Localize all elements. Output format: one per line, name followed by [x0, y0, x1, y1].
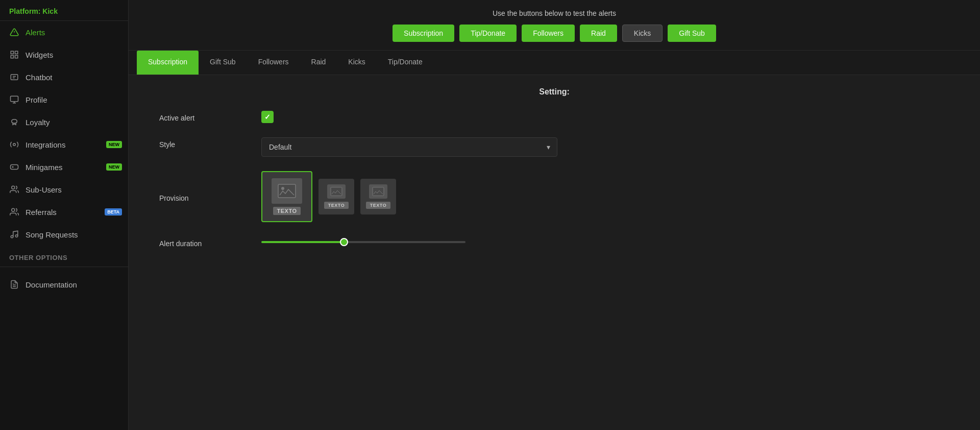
sidebar-item-label: Documentation — [26, 280, 77, 289]
style-label: Style — [159, 137, 251, 149]
svg-point-11 — [12, 208, 15, 211]
svg-point-17 — [281, 187, 284, 190]
tab-raid[interactable]: Raid — [300, 51, 337, 75]
sidebar-item-label: Chatbot — [26, 73, 53, 82]
sidebar-item-label: Integrations — [26, 140, 65, 149]
alert-duration-label: Alert duration — [159, 236, 251, 248]
test-btn-tip-donate[interactable]: Tip/Donate — [459, 25, 517, 42]
provision-card-3[interactable]: TEXTO — [360, 179, 396, 214]
new-badge: NEW — [106, 163, 122, 171]
card-1-image — [272, 178, 302, 204]
svg-rect-9 — [11, 165, 18, 170]
sidebar-item-label: Widgets — [26, 51, 53, 59]
sidebar-item-song-requests[interactable]: Song Requests — [0, 223, 128, 246]
sidebar: Platform: Kick Alerts Widgets Chatbot Pr… — [0, 0, 129, 430]
song-icon — [9, 229, 19, 240]
settings-panel: Setting: Active alert Style Default Prov… — [129, 75, 980, 430]
profile-icon — [9, 94, 19, 105]
provision-control: TEXTO TEXTO — [261, 171, 949, 222]
active-alert-label: Active alert — [159, 111, 251, 122]
test-bar: Use the buttons below to test the alerts… — [129, 0, 980, 51]
chatbot-icon — [9, 72, 19, 82]
test-btn-followers[interactable]: Followers — [522, 25, 575, 42]
sidebar-item-label: Loyalty — [26, 118, 50, 127]
sidebar-item-label: Profile — [26, 95, 47, 104]
provision-card-2[interactable]: TEXTO — [318, 179, 354, 214]
sidebar-item-sub-users[interactable]: Sub-Users — [0, 178, 128, 201]
sidebar-item-widgets[interactable]: Widgets — [0, 43, 128, 66]
sidebar-item-referrals[interactable]: Referrals BETA — [0, 201, 128, 223]
tab-tip-donate[interactable]: Tip/Donate — [377, 51, 434, 75]
sidebar-item-label: Song Requests — [26, 230, 78, 239]
beta-badge: BETA — [105, 208, 122, 216]
alert-duration-control — [261, 241, 949, 243]
alert-icon — [9, 27, 19, 37]
svg-rect-5 — [11, 56, 13, 58]
provision-cards: TEXTO TEXTO — [261, 171, 396, 222]
test-bar-title: Use the buttons below to test the alerts — [493, 9, 616, 17]
platform-name: Kick — [42, 7, 58, 15]
alert-duration-row: Alert duration — [159, 236, 949, 248]
style-control: Default — [261, 137, 949, 157]
active-alert-toggle[interactable] — [261, 111, 274, 123]
widget-icon — [9, 50, 19, 60]
referrals-icon — [9, 207, 19, 217]
card-2-image — [327, 184, 346, 199]
tab-followers[interactable]: Followers — [247, 51, 300, 75]
sidebar-item-loyalty[interactable]: Loyalty — [0, 111, 128, 133]
svg-rect-3 — [15, 51, 18, 54]
docs-icon — [9, 279, 19, 290]
active-alert-row: Active alert — [159, 111, 949, 123]
test-btn-raid[interactable]: Raid — [580, 25, 617, 42]
test-btn-subscription[interactable]: Subscription — [393, 25, 454, 42]
new-badge: NEW — [106, 141, 122, 148]
test-btn-kicks[interactable]: Kicks — [622, 25, 663, 42]
svg-point-12 — [11, 235, 13, 238]
test-buttons: Subscription Tip/Donate Followers Raid K… — [393, 25, 716, 42]
minigames-icon — [9, 162, 19, 172]
integrations-icon — [9, 139, 19, 150]
loyalty-icon — [9, 117, 19, 127]
sidebar-item-integrations[interactable]: Integrations NEW — [0, 133, 128, 156]
platform-label: Platform: Kick — [0, 0, 128, 21]
sidebar-item-label: Alerts — [26, 28, 45, 37]
card-3-text: TEXTO — [366, 202, 390, 209]
sidebar-item-documentation[interactable]: Documentation — [0, 273, 128, 296]
sidebar-item-alerts[interactable]: Alerts — [0, 21, 128, 43]
svg-rect-4 — [15, 56, 18, 58]
alert-duration-slider[interactable] — [261, 241, 465, 243]
sidebar-item-minigames[interactable]: Minigames NEW — [0, 156, 128, 178]
style-row: Style Default — [159, 137, 949, 157]
card-3-image — [369, 184, 387, 199]
provision-card-1[interactable]: TEXTO — [261, 171, 312, 222]
tab-subscription[interactable]: Subscription — [137, 51, 199, 75]
other-options-section: Other Options — [0, 246, 128, 265]
card-1-text: TEXTO — [273, 207, 301, 215]
sidebar-item-label: Referrals — [26, 208, 57, 217]
platform-prefix: Platform: — [9, 7, 40, 15]
svg-point-13 — [15, 235, 18, 237]
provision-row: Provision TEXTO — [159, 171, 949, 222]
provision-label: Provision — [159, 191, 251, 202]
active-alert-control — [261, 111, 949, 123]
sidebar-item-label: Sub-Users — [26, 185, 62, 194]
card-2-text: TEXTO — [324, 202, 349, 209]
tabs-row: Subscription Gift Sub Followers Raid Kic… — [129, 51, 980, 75]
main-content: Use the buttons below to test the alerts… — [129, 0, 980, 430]
sidebar-item-chatbot[interactable]: Chatbot — [0, 66, 128, 88]
tab-kicks[interactable]: Kicks — [337, 51, 376, 75]
settings-title: Setting: — [159, 87, 949, 97]
sidebar-divider — [0, 267, 128, 267]
svg-rect-7 — [11, 96, 18, 102]
svg-point-10 — [12, 186, 15, 189]
test-btn-gift-sub[interactable]: Gift Sub — [668, 25, 716, 42]
sidebar-item-label: Minigames — [26, 163, 63, 172]
style-select[interactable]: Default — [261, 137, 557, 157]
svg-point-8 — [13, 144, 16, 146]
svg-rect-2 — [11, 51, 13, 54]
svg-rect-6 — [11, 75, 18, 80]
sub-users-icon — [9, 184, 19, 195]
style-select-wrapper: Default — [261, 137, 557, 157]
sidebar-item-profile[interactable]: Profile — [0, 88, 128, 111]
tab-gift-sub[interactable]: Gift Sub — [199, 51, 247, 75]
